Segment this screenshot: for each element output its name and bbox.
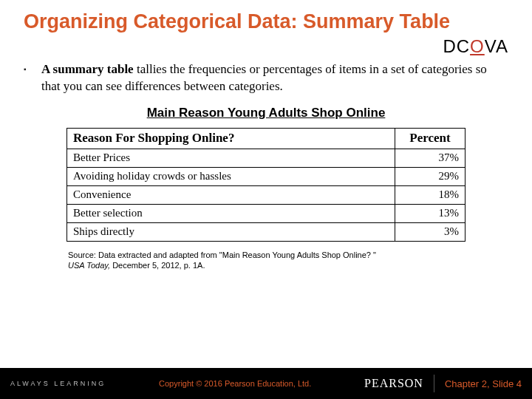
- source-line1: Source: Data extracted and adapted from …: [68, 250, 376, 259]
- cell-percent: 29%: [395, 167, 466, 185]
- cell-percent: 18%: [395, 185, 466, 204]
- cell-reason: Convenience: [67, 185, 395, 204]
- cell-percent: 13%: [395, 204, 466, 222]
- source-citation: Source: Data extracted and adapted from …: [68, 250, 508, 271]
- summary-table: Reason For Shopping Online? Percent Bett…: [66, 128, 466, 242]
- footer-copyright: Copyright © 2016 Pearson Education, Ltd.: [106, 379, 364, 388]
- bullet-item: ▪ A summary table tallies the frequencie…: [24, 61, 508, 95]
- slide: Organizing Categorical Data: Summary Tab…: [0, 0, 532, 399]
- table-row: Convenience 18%: [67, 185, 466, 204]
- dcova-v: V: [485, 36, 496, 56]
- footer-tagline: ALWAYS LEARNING: [10, 380, 106, 387]
- slide-footer: ALWAYS LEARNING Copyright © 2016 Pearson…: [0, 368, 532, 399]
- table-row: Ships directly 3%: [67, 222, 466, 241]
- footer-divider-icon: [434, 375, 434, 392]
- dcova-c: C: [457, 36, 470, 56]
- cell-percent: 37%: [395, 149, 466, 167]
- cell-reason: Ships directly: [67, 222, 395, 241]
- cell-reason: Better Prices: [67, 149, 395, 167]
- dcova-acronym: DCOVA: [24, 36, 508, 57]
- table-header-row: Reason For Shopping Online? Percent: [67, 128, 466, 149]
- col-header-percent: Percent: [395, 128, 466, 149]
- pearson-logo: PEARSON: [364, 377, 423, 390]
- table-row: Better Prices 37%: [67, 149, 466, 167]
- slide-content: Organizing Categorical Data: Summary Tab…: [0, 0, 532, 368]
- col-header-reason: Reason For Shopping Online?: [67, 128, 395, 149]
- footer-right: PEARSON Chapter 2, Slide 4: [364, 375, 522, 392]
- dcova-o: O: [470, 36, 485, 56]
- cell-reason: Avoiding holiday crowds or hassles: [67, 167, 395, 185]
- source-publication: USA Today,: [68, 261, 112, 270]
- bullet-lead: A summary table: [41, 62, 134, 76]
- table-row: Avoiding holiday crowds or hassles 29%: [67, 167, 466, 185]
- bullet-text: A summary table tallies the frequencies …: [41, 61, 508, 95]
- slide-number: Chapter 2, Slide 4: [445, 378, 522, 389]
- source-date: December 5, 2012, p. 1A.: [112, 261, 205, 270]
- dcova-a: A: [496, 36, 508, 56]
- cell-reason: Better selection: [67, 204, 395, 222]
- table-caption: Main Reason Young Adults Shop Online: [24, 106, 508, 120]
- bullet-marker-icon: ▪: [24, 61, 31, 78]
- dcova-d: D: [443, 36, 456, 56]
- cell-percent: 3%: [395, 222, 466, 241]
- table-row: Better selection 13%: [67, 204, 466, 222]
- slide-title: Organizing Categorical Data: Summary Tab…: [24, 10, 508, 33]
